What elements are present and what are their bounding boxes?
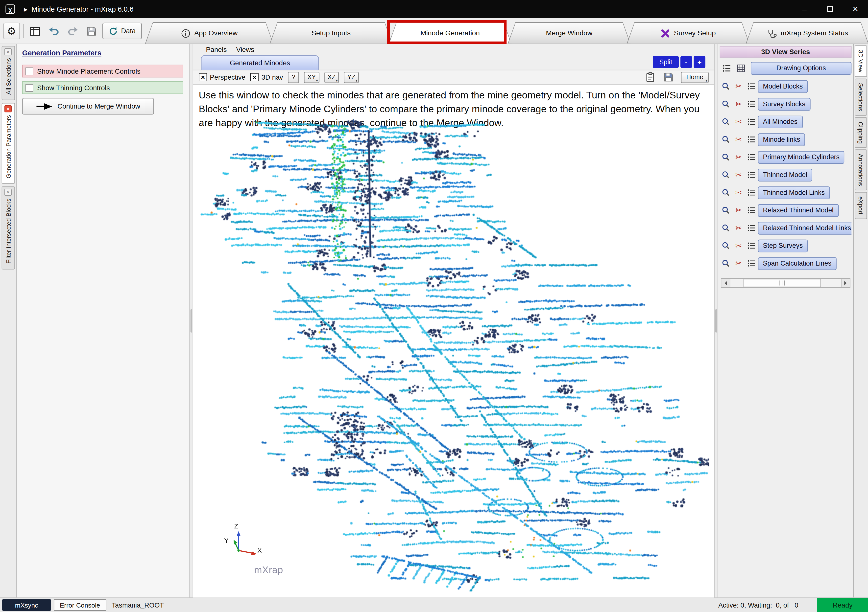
series-button-thinned-model-links[interactable]: Thinned Model Links <box>758 186 830 199</box>
clip-series-button[interactable]: ✂ <box>732 240 744 251</box>
series-legend-button[interactable] <box>745 81 757 92</box>
series-legend-button[interactable] <box>745 99 757 110</box>
maximize-button[interactable] <box>817 0 843 18</box>
series-h-scrollbar[interactable] <box>721 278 851 287</box>
clip-series-button[interactable]: ✂ <box>732 169 744 181</box>
mxsync-button[interactable]: mXsync <box>2 599 51 611</box>
series-legend-button[interactable] <box>745 258 757 269</box>
series-button-primary-minode-cylinders[interactable]: Primary Minode Cylinders <box>758 151 845 164</box>
series-grid-button[interactable] <box>734 62 747 74</box>
clip-series-button[interactable]: ✂ <box>732 151 744 163</box>
zoom-series-button[interactable] <box>720 134 732 145</box>
menu-views[interactable]: Views <box>236 46 254 53</box>
series-button-minode-links[interactable]: Minode links <box>758 133 805 146</box>
zoom-series-button[interactable] <box>720 222 732 233</box>
perspective-checkbox[interactable]: × <box>199 73 207 81</box>
mine-model-canvas[interactable] <box>195 120 709 592</box>
side-tab-filter-intersected-blocks[interactable]: × Filter Intersected Blocks <box>2 187 15 269</box>
clip-series-button[interactable]: ✂ <box>732 116 744 127</box>
close-panel-icon[interactable]: × <box>5 48 12 56</box>
series-button-all-minodes[interactable]: All Minodes <box>758 116 803 128</box>
clip-series-button[interactable]: ✂ <box>732 222 744 233</box>
series-list-button[interactable] <box>720 62 733 74</box>
right-panel-splitter[interactable] <box>714 44 718 598</box>
split-button[interactable]: Split <box>653 56 679 68</box>
zoom-series-button[interactable] <box>720 240 732 251</box>
zoom-series-button[interactable] <box>720 99 732 110</box>
series-button-survey-blocks[interactable]: Survey Blocks <box>758 98 811 110</box>
settings-button[interactable]: ⚙ <box>3 23 20 39</box>
layout-button[interactable] <box>27 23 43 39</box>
side-tab-export[interactable]: eXport <box>855 192 867 219</box>
generated-minodes-tab[interactable]: Generated Minodes <box>201 56 319 70</box>
split-remove-button[interactable]: - <box>680 56 692 68</box>
zoom-series-button[interactable] <box>720 116 732 127</box>
tab-minode-generation[interactable]: Minode Generation <box>389 22 512 44</box>
series-button-model-blocks[interactable]: Model Blocks <box>758 80 808 93</box>
xy-view-button[interactable]: XY▾ <box>304 72 319 83</box>
tab-system-status[interactable]: mXrap System Status <box>746 22 868 44</box>
side-tab-selections[interactable]: Selections <box>855 78 867 115</box>
zoom-series-button[interactable] <box>720 169 732 181</box>
series-legend-button[interactable] <box>745 151 757 163</box>
scrollbar-track[interactable] <box>730 279 841 287</box>
placement-controls-checkbox[interactable] <box>25 67 33 75</box>
side-tab-annotations[interactable]: Annotations <box>855 150 867 191</box>
series-button-relaxed-thinned-model[interactable]: Relaxed Thinned Model <box>758 204 839 216</box>
zoom-series-button[interactable] <box>720 258 732 269</box>
3d-nav-checkbox[interactable]: × <box>250 73 259 81</box>
clip-series-button[interactable]: ✂ <box>732 205 744 216</box>
clip-series-button[interactable]: ✂ <box>732 134 744 145</box>
zoom-series-button[interactable] <box>720 187 732 198</box>
scroll-right-button[interactable] <box>841 279 850 287</box>
series-legend-button[interactable] <box>745 116 757 127</box>
series-legend-button[interactable] <box>745 205 757 216</box>
split-add-button[interactable]: + <box>694 56 705 68</box>
series-button-thinned-model[interactable]: Thinned Model <box>758 168 812 181</box>
copy-view-button[interactable] <box>643 71 657 83</box>
series-legend-button[interactable] <box>745 222 757 233</box>
series-legend-button[interactable] <box>745 134 757 145</box>
side-tab-all-selections[interactable]: × All Selections <box>2 46 15 100</box>
help-button[interactable]: ? <box>288 72 299 83</box>
yz-view-button[interactable]: YZ▾ <box>344 72 359 83</box>
series-button-step-surveys[interactable]: Step Surveys <box>758 240 808 252</box>
save-button[interactable] <box>84 23 100 39</box>
close-panel-icon[interactable]: × <box>5 189 12 196</box>
series-button-relaxed-thinned-model-links[interactable]: Relaxed Thinned Model Links <box>758 221 851 234</box>
tab-merge-window[interactable]: Merge Window <box>508 22 631 44</box>
series-button-span-calculation-lines[interactable]: Span Calculation Lines <box>758 257 836 269</box>
tab-app-overview[interactable]: App Overview <box>145 22 273 44</box>
clip-series-button[interactable]: ✂ <box>732 99 744 110</box>
side-tab-generation-parameters[interactable]: × Generation Parameters <box>2 103 15 184</box>
drawing-options-button[interactable]: Drawing Options <box>751 62 851 74</box>
menu-panels[interactable]: Panels <box>206 46 227 53</box>
zoom-series-button[interactable] <box>720 205 732 216</box>
tab-survey-setup[interactable]: Survey Setup <box>627 22 750 44</box>
side-tab-clipping[interactable]: Clipping <box>855 117 867 148</box>
zoom-series-button[interactable] <box>720 151 732 163</box>
data-button[interactable]: Data <box>102 23 142 39</box>
series-legend-button[interactable] <box>745 169 757 181</box>
zoom-series-button[interactable] <box>720 81 732 92</box>
thinning-controls-checkbox[interactable] <box>25 84 33 91</box>
left-panel-splitter[interactable] <box>189 44 193 598</box>
3d-viewport[interactable]: Use this window to check the minodes tha… <box>193 85 714 597</box>
clip-series-button[interactable]: ✂ <box>732 81 744 92</box>
series-legend-button[interactable] <box>745 187 757 198</box>
close-panel-icon[interactable]: × <box>5 105 12 112</box>
scrollbar-thumb[interactable] <box>744 279 821 287</box>
save-view-button[interactable] <box>662 71 675 83</box>
continue-to-merge-button[interactable]: Continue to Merge Window <box>22 98 154 114</box>
xz-view-button[interactable]: XZ▾ <box>324 72 339 83</box>
tab-setup-inputs[interactable]: Setup Inputs <box>270 22 393 44</box>
scroll-left-button[interactable] <box>721 279 730 287</box>
side-tab-3d-view[interactable]: 3D View <box>855 45 867 77</box>
undo-button[interactable] <box>46 23 62 39</box>
clip-series-button[interactable]: ✂ <box>732 258 744 269</box>
error-console-button[interactable]: Error Console <box>54 599 106 611</box>
close-button[interactable]: × <box>843 0 868 18</box>
minimize-button[interactable]: – <box>792 0 817 18</box>
home-view-button[interactable]: Home▾ <box>681 72 708 83</box>
series-legend-button[interactable] <box>745 240 757 251</box>
